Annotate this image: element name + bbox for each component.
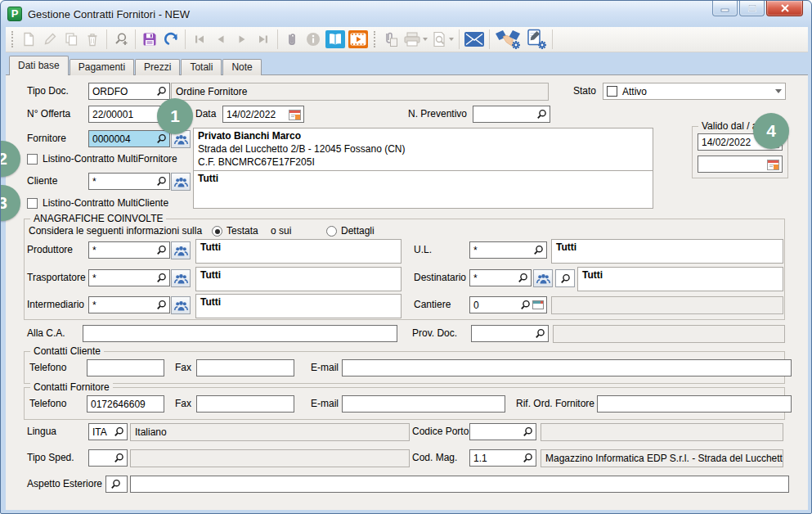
lingua-input[interactable] <box>89 426 113 438</box>
cliente-search-icon[interactable] <box>155 176 168 187</box>
fornitore-input[interactable] <box>89 133 155 145</box>
preview-dropdown-icon[interactable] <box>449 38 454 41</box>
destinatario-lookup-button[interactable] <box>555 269 575 287</box>
tab-prezzi[interactable]: Prezzi <box>135 59 180 75</box>
produttore-input[interactable] <box>89 245 155 256</box>
tab-dati-base[interactable]: Dati base <box>9 56 69 75</box>
manual-icon <box>325 30 345 48</box>
aspetto-esteriore-search-icon[interactable] <box>110 479 122 489</box>
search-add-button[interactable] <box>110 28 132 51</box>
n-preventivo-search-icon[interactable] <box>536 109 548 119</box>
n-preventivo-field <box>473 106 550 123</box>
nav-first-button[interactable] <box>189 28 210 51</box>
codice-porto-search-icon[interactable] <box>522 426 534 437</box>
destinatario-anagrafica-button[interactable] <box>533 269 553 287</box>
trasportatore-search-icon[interactable] <box>155 273 168 283</box>
cliente-email-field <box>342 359 792 376</box>
ul-input[interactable] <box>470 245 532 256</box>
cliente-telefono-input[interactable] <box>87 363 162 374</box>
aspetto-esteriore-input[interactable] <box>131 479 787 490</box>
toolbar-separator <box>552 29 553 49</box>
lingua-search-icon[interactable] <box>113 426 125 437</box>
tipo-sped-search-icon[interactable] <box>113 453 125 463</box>
people-icon <box>174 134 188 145</box>
fornitore-search-icon[interactable] <box>155 133 168 144</box>
ul-search-icon[interactable] <box>532 245 545 255</box>
listino-multicliente-checkbox[interactable] <box>27 198 38 209</box>
minimize-button[interactable] <box>712 1 738 16</box>
fornitore-telefono-input[interactable] <box>87 399 162 410</box>
refresh-button[interactable] <box>160 28 182 51</box>
radio-testata[interactable] <box>212 226 222 237</box>
stato-select[interactable]: Attivo <box>603 83 786 100</box>
fornitore-email-input[interactable] <box>343 399 503 410</box>
cliente-email-input[interactable] <box>343 363 789 374</box>
data-input[interactable] <box>223 109 288 120</box>
print-icon <box>403 31 421 47</box>
valido-al-input[interactable] <box>698 159 766 170</box>
nav-last-button[interactable] <box>253 28 274 51</box>
info-button[interactable] <box>303 28 324 51</box>
tab-totali[interactable]: Totali <box>181 59 222 75</box>
print-dropdown-icon[interactable] <box>423 38 428 41</box>
cod-mag-input[interactable] <box>470 453 522 464</box>
listino-multifornitore-checkbox[interactable] <box>27 154 38 165</box>
destinatario-input[interactable] <box>470 273 517 284</box>
cliente-anagrafica-button[interactable] <box>171 173 191 191</box>
tipo-doc-input[interactable] <box>89 86 155 97</box>
n-preventivo-input[interactable] <box>473 109 536 120</box>
nav-prev-button[interactable] <box>210 28 231 51</box>
nav-next-button[interactable] <box>231 28 253 51</box>
toolbar-grip[interactable] <box>11 31 14 47</box>
print-preview-button[interactable] <box>429 28 455 51</box>
prov-doc-search-icon[interactable] <box>534 328 546 339</box>
attachment-button[interactable] <box>281 28 303 51</box>
cliente-fax-input[interactable] <box>197 363 292 374</box>
aspetto-esteriore-lookup[interactable] <box>105 476 128 493</box>
cantiere-search-icon[interactable] <box>519 300 532 310</box>
cliente-input[interactable] <box>89 176 155 187</box>
produttore-anagrafica-button[interactable] <box>171 241 191 259</box>
contracts-button[interactable] <box>493 28 523 51</box>
video-tutorial-button[interactable] <box>347 28 370 51</box>
print-button[interactable] <box>402 28 429 51</box>
email-button[interactable] <box>463 28 486 51</box>
valido-al-calendar-icon[interactable] <box>766 159 780 170</box>
prov-doc-input[interactable] <box>472 328 534 340</box>
trasportatore-anagrafica-button[interactable] <box>171 269 191 287</box>
save-button[interactable] <box>139 28 160 51</box>
close-button[interactable] <box>766 1 803 16</box>
attach-document-button[interactable] <box>380 28 402 51</box>
manual-button[interactable] <box>324 28 347 51</box>
cod-mag-search-icon[interactable] <box>522 453 534 463</box>
destinatario-search-icon[interactable] <box>517 273 529 283</box>
fornitore-fax-input[interactable] <box>197 399 292 410</box>
stato-value: Attivo <box>622 86 647 97</box>
data-calendar-icon[interactable] <box>288 109 302 120</box>
rif-ord-fornitore-input[interactable] <box>598 399 789 410</box>
toolbar-grip[interactable] <box>374 31 376 47</box>
radio-dettagli[interactable] <box>326 226 337 237</box>
edit-button[interactable] <box>39 28 61 51</box>
data-label: Data <box>195 106 216 123</box>
edit-contract-button[interactable] <box>523 28 549 51</box>
copy-button[interactable] <box>61 28 82 51</box>
intermediario-input[interactable] <box>89 300 155 311</box>
cantiere-input[interactable] <box>470 300 519 311</box>
delete-button[interactable] <box>82 28 103 51</box>
maximize-button[interactable] <box>739 1 765 16</box>
cantiere-grid-icon[interactable] <box>532 300 545 309</box>
tipo-sped-input[interactable] <box>89 453 113 464</box>
tab-pagamenti[interactable]: Pagamenti <box>70 59 134 75</box>
data-field <box>222 106 304 123</box>
trasportatore-input[interactable] <box>89 273 155 284</box>
alla-ca-input[interactable] <box>83 328 395 340</box>
new-document-button[interactable] <box>18 28 39 51</box>
cod-mag-field <box>469 449 536 467</box>
intermediario-anagrafica-button[interactable] <box>171 296 191 314</box>
produttore-search-icon[interactable] <box>155 245 168 255</box>
tab-note[interactable]: Note <box>222 59 261 75</box>
tipo-doc-search-icon[interactable] <box>155 86 168 97</box>
intermediario-search-icon[interactable] <box>155 300 168 310</box>
codice-porto-input[interactable] <box>470 426 522 438</box>
